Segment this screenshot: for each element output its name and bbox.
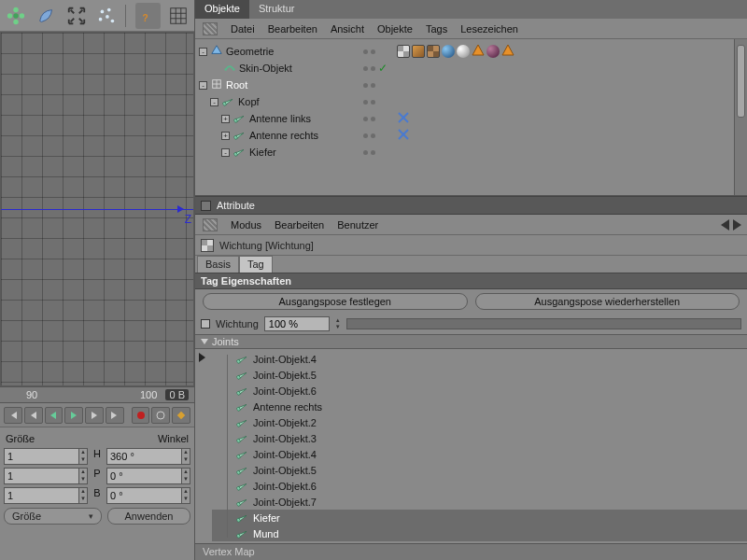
visibility-dot[interactable]: [363, 150, 368, 155]
attr-menu-edit[interactable]: Bearbeiten: [275, 219, 324, 231]
stepper[interactable]: ▲▼: [182, 487, 190, 504]
visibility-dot[interactable]: [363, 66, 368, 71]
joint-item[interactable]: Antenne rechts: [212, 399, 747, 414]
weight-tag-icon[interactable]: [397, 45, 410, 58]
menu-file[interactable]: Datei: [231, 23, 255, 35]
render-dot[interactable]: [371, 100, 375, 105]
menu-objects[interactable]: Objekte: [377, 23, 413, 35]
warning-icon[interactable]: [472, 44, 485, 59]
render-dot[interactable]: [371, 49, 375, 54]
material-tag-icon[interactable]: [442, 45, 455, 58]
uvw-tag-icon[interactable]: [427, 45, 440, 58]
weight-input[interactable]: [264, 316, 330, 331]
expander-icon[interactable]: -: [221, 148, 230, 157]
render-dot[interactable]: [371, 66, 375, 71]
viewport[interactable]: Z: [0, 32, 194, 386]
tool-flower-icon[interactable]: [4, 3, 28, 29]
joint-item[interactable]: Joint-Objekt.6: [212, 383, 747, 399]
joint-item[interactable]: Kiefer: [212, 510, 747, 525]
joint-item[interactable]: Joint-Objekt.6: [212, 478, 747, 494]
render-dot[interactable]: [371, 117, 375, 121]
joint-item[interactable]: Joint-Objekt.5: [212, 367, 747, 383]
restore-bindpose-button[interactable]: Ausgangspose wiederherstellen: [475, 293, 740, 310]
record-button[interactable]: [132, 407, 150, 424]
nav-fwd-icon[interactable]: [733, 219, 741, 231]
play-back-button[interactable]: [45, 407, 63, 424]
tree-item[interactable]: +Antenne rechts: [195, 127, 363, 144]
grip-icon[interactable]: [203, 22, 218, 35]
tool-leaf-icon[interactable]: [34, 3, 58, 29]
tree-item[interactable]: -Kiefer: [195, 144, 363, 161]
step-back-button[interactable]: [24, 407, 43, 424]
menu-view[interactable]: Ansicht: [331, 23, 364, 35]
size-field-1[interactable]: [4, 468, 79, 484]
tree-item[interactable]: Skin-Objekt: [195, 60, 363, 77]
help-icon[interactable]: ?: [135, 3, 160, 29]
tool-arrows-out-icon[interactable]: [64, 3, 89, 29]
expander-icon[interactable]: -: [210, 98, 218, 106]
joint-item[interactable]: Mund: [212, 525, 747, 541]
stepper[interactable]: ▲▼: [182, 448, 190, 465]
warning-icon[interactable]: [501, 44, 514, 59]
set-bindpose-button[interactable]: Ausgangspose festlegen: [203, 293, 468, 310]
size-mode-combo[interactable]: Größe▾: [4, 508, 102, 525]
check-icon[interactable]: ✓: [378, 62, 388, 75]
weight-slider[interactable]: [346, 318, 741, 329]
expander-icon[interactable]: -: [199, 81, 207, 90]
tool-grid-icon[interactable]: [166, 3, 190, 29]
grip-icon[interactable]: [203, 218, 218, 231]
expander-icon[interactable]: +: [221, 132, 230, 140]
joints-group-header[interactable]: Joints: [195, 334, 747, 349]
subtab-tag[interactable]: Tag: [239, 256, 273, 273]
stepper[interactable]: ▲▼: [79, 487, 88, 504]
visibility-dot[interactable]: [363, 100, 368, 105]
nav-back-icon[interactable]: [721, 219, 729, 231]
weight-stepper[interactable]: ▲▼: [335, 317, 341, 330]
autokey-button[interactable]: [151, 407, 170, 424]
panel-menu-icon[interactable]: [201, 201, 211, 211]
goto-start-button[interactable]: [4, 407, 22, 424]
material-tag-icon[interactable]: [486, 45, 500, 58]
constraint-tag-icon[interactable]: [397, 111, 410, 126]
attr-menu-mode[interactable]: Modus: [231, 219, 261, 231]
menu-edit[interactable]: Bearbeiten: [268, 23, 317, 35]
expand-icon[interactable]: [199, 353, 205, 362]
phong-tag-icon[interactable]: [412, 45, 425, 58]
tree-item[interactable]: +Antenne links: [195, 110, 363, 127]
menu-bookmarks[interactable]: Lesezeichen: [460, 23, 518, 35]
subtab-basis[interactable]: Basis: [197, 256, 239, 273]
apply-button[interactable]: Anwenden: [107, 508, 190, 525]
timeline-ruler[interactable]: 90 100 0 B: [0, 386, 194, 403]
goto-end-button[interactable]: [106, 407, 124, 424]
joint-item[interactable]: Joint-Objekt.4: [212, 351, 747, 367]
visibility-dot[interactable]: [363, 117, 368, 121]
size-field-0[interactable]: [4, 448, 79, 465]
stepper[interactable]: ▲▼: [182, 468, 190, 484]
tree-item[interactable]: -Root: [195, 77, 363, 93]
visibility-dot[interactable]: [363, 83, 368, 88]
angle-field-1[interactable]: [106, 468, 182, 484]
attr-menu-user[interactable]: Benutzer: [337, 219, 378, 231]
keyframe-button[interactable]: [172, 407, 190, 424]
tab-objects[interactable]: Objekte: [195, 0, 249, 19]
stepper[interactable]: ▲▼: [79, 468, 88, 484]
joint-item[interactable]: Joint-Objekt.7: [212, 494, 747, 510]
render-dot[interactable]: [371, 83, 375, 88]
expander-icon[interactable]: -: [199, 48, 207, 56]
angle-field-0[interactable]: [106, 448, 182, 465]
stepper[interactable]: ▲▼: [79, 448, 88, 465]
tab-structure[interactable]: Struktur: [249, 0, 304, 19]
angle-field-2[interactable]: [106, 487, 182, 504]
visibility-dot[interactable]: [363, 133, 368, 138]
joint-item[interactable]: Joint-Objekt.3: [212, 430, 747, 446]
joint-item[interactable]: Joint-Objekt.4: [212, 446, 747, 462]
material-tag-icon[interactable]: [457, 45, 470, 58]
menu-tags[interactable]: Tags: [426, 23, 447, 35]
weight-checkbox[interactable]: [201, 319, 210, 329]
render-dot[interactable]: [371, 133, 375, 138]
tree-item[interactable]: -Kopf: [195, 93, 363, 110]
constraint-tag-icon[interactable]: [397, 128, 410, 143]
om-scrollbar[interactable]: [734, 39, 747, 195]
size-field-2[interactable]: [4, 487, 79, 504]
render-dot[interactable]: [371, 150, 375, 155]
